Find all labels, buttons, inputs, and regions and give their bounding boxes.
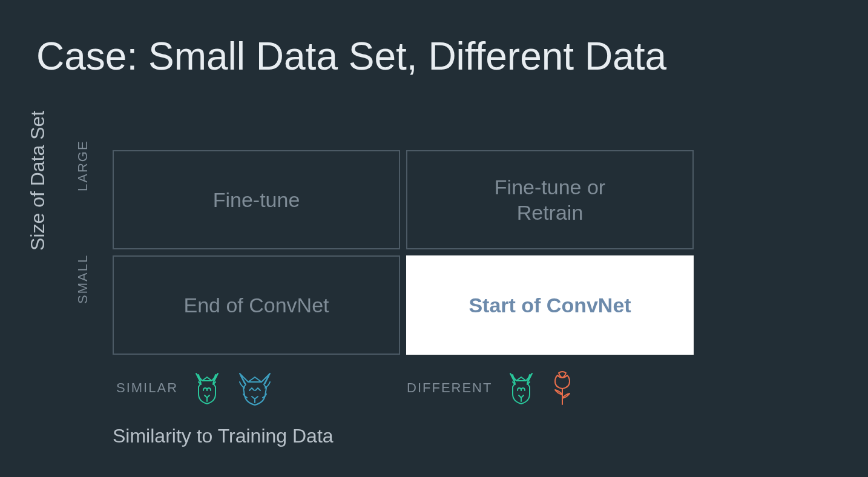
slide-title: Case: Small Data Set, Different Data bbox=[36, 34, 666, 79]
rose-icon bbox=[550, 369, 574, 407]
x-tick-different: DIFFERENT bbox=[403, 369, 694, 407]
wolf-icon bbox=[236, 370, 274, 406]
different-icons bbox=[504, 369, 574, 407]
x-axis-label: Similarity to Training Data bbox=[113, 425, 334, 447]
y-tick-small: SMALL bbox=[75, 254, 91, 304]
x-ticks-row: SIMILAR bbox=[113, 369, 694, 407]
cell-small-different: Start of ConvNet bbox=[406, 255, 694, 355]
matrix-grid: Fine-tune Fine-tune orRetrain End of Con… bbox=[113, 150, 694, 361]
grid-row-large: Fine-tune Fine-tune orRetrain bbox=[113, 150, 694, 249]
x-tick-label-different: DIFFERENT bbox=[407, 380, 492, 396]
y-axis-label: Size of Data Set bbox=[27, 111, 49, 251]
cell-large-different: Fine-tune orRetrain bbox=[406, 150, 694, 249]
x-tick-label-similar: SIMILAR bbox=[116, 380, 178, 396]
x-tick-similar: SIMILAR bbox=[113, 369, 403, 407]
cell-small-similar: End of ConvNet bbox=[113, 255, 400, 355]
y-tick-large: LARGE bbox=[75, 140, 91, 191]
cell-large-similar: Fine-tune bbox=[113, 150, 400, 249]
dog-icon bbox=[504, 370, 538, 406]
dog-icon bbox=[190, 370, 224, 406]
grid-row-small: End of ConvNet Start of ConvNet bbox=[113, 255, 694, 355]
similar-icons bbox=[190, 370, 274, 406]
